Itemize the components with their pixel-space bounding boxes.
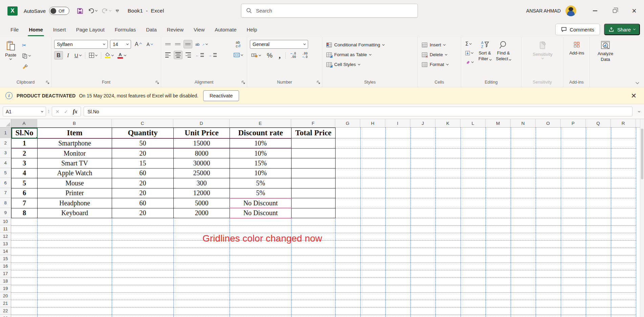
cell-E1[interactable]: Discount rate xyxy=(230,128,292,138)
close-button[interactable]: × xyxy=(624,0,644,22)
autosum-button[interactable]: Σ xyxy=(464,41,475,47)
cell-A1[interactable]: Sl.No xyxy=(12,128,38,138)
cell-B2[interactable]: Smartphone xyxy=(38,138,112,149)
cut-button[interactable]: ✂ xyxy=(21,41,32,49)
row-header-16[interactable]: 16 xyxy=(0,263,11,270)
cell-F4[interactable] xyxy=(292,158,336,168)
wrap-text-button[interactable]: abc↺ xyxy=(234,40,242,48)
undo-dropdown-icon[interactable] xyxy=(95,9,98,12)
percent-style-button[interactable]: % xyxy=(265,51,274,60)
alignment-dialog-launcher-icon[interactable] xyxy=(241,81,245,84)
cell-B7[interactable]: Printer xyxy=(38,188,112,198)
cell-F2[interactable] xyxy=(292,138,336,149)
row-header-12[interactable]: 12 xyxy=(0,233,11,240)
paste-dropdown-icon[interactable] xyxy=(9,58,12,60)
bottom-align-button[interactable] xyxy=(184,40,192,48)
vertical-scrollbar[interactable] xyxy=(640,119,644,317)
cell-C5[interactable]: 60 xyxy=(112,168,174,178)
comments-button[interactable]: Comments xyxy=(555,24,600,35)
format-painter-button[interactable] xyxy=(21,62,32,70)
row-header-13[interactable]: 13 xyxy=(0,240,11,248)
cell-E9[interactable]: No Discount xyxy=(230,208,292,218)
cell-C9[interactable]: 20 xyxy=(112,208,174,218)
column-header-N[interactable]: N xyxy=(511,119,536,127)
cell-B9[interactable]: Keyboard xyxy=(38,208,112,218)
number-dialog-launcher-icon[interactable] xyxy=(317,81,320,84)
row-header-2[interactable]: 2 xyxy=(0,138,11,148)
cell-B5[interactable]: Apple Watch xyxy=(38,168,112,178)
conditional-formatting-button[interactable]: Conditional Formatting xyxy=(326,40,415,50)
cell-B4[interactable]: Smart TV xyxy=(38,158,112,168)
middle-align-button[interactable] xyxy=(174,40,182,48)
cell-E2[interactable]: 10% xyxy=(230,138,292,149)
sort-filter-button[interactable]: AZ Sort &Filter xyxy=(476,40,494,77)
accounting-dropdown-icon[interactable] xyxy=(259,53,261,56)
tab-automate[interactable]: Automate xyxy=(210,22,241,37)
cell-F9[interactable] xyxy=(292,208,336,218)
row-header-11[interactable]: 11 xyxy=(0,225,11,233)
column-header-M[interactable]: M xyxy=(486,119,511,127)
cell-A9[interactable]: 8 xyxy=(12,208,38,218)
insert-function-icon[interactable]: fx xyxy=(73,109,77,115)
cell-D6[interactable]: 300 xyxy=(174,178,230,188)
share-dropdown-icon[interactable] xyxy=(633,28,636,30)
bold-button[interactable]: B xyxy=(54,51,63,60)
underline-dropdown-icon[interactable] xyxy=(79,53,82,56)
autosave-toggle[interactable]: Off xyxy=(49,7,69,15)
center-button[interactable] xyxy=(174,51,183,59)
cell-A6[interactable]: 5 xyxy=(12,178,38,188)
row-header-15[interactable]: 15 xyxy=(0,255,11,263)
cell-A7[interactable]: 6 xyxy=(12,188,38,198)
search-input[interactable]: Search xyxy=(241,4,418,18)
cell-D8[interactable]: 5000 xyxy=(174,198,230,208)
row-header-3[interactable]: 3 xyxy=(0,148,11,158)
cell-D1[interactable]: Unit Price xyxy=(174,128,230,138)
cell-C1[interactable]: Quantity xyxy=(112,128,174,138)
format-cells-button[interactable]: Format xyxy=(422,60,459,69)
increase-decimal-button[interactable]: ←.0.00 xyxy=(289,51,297,60)
cell-D4[interactable]: 30000 xyxy=(174,158,230,168)
row-header-9[interactable]: 9 xyxy=(0,208,11,218)
enter-icon[interactable]: ✓ xyxy=(64,109,68,114)
borders-button[interactable] xyxy=(88,51,99,60)
expand-formula-bar-icon[interactable] xyxy=(638,110,640,112)
cell-D7[interactable]: 12000 xyxy=(174,188,230,198)
row-header-21[interactable]: 21 xyxy=(0,300,11,307)
cell-styles-button[interactable]: Cell Styles xyxy=(326,60,415,69)
tab-file[interactable]: File xyxy=(5,22,24,37)
font-dialog-launcher-icon[interactable] xyxy=(155,81,159,84)
addins-button[interactable]: Add-ins xyxy=(567,40,586,77)
redo-dropdown-icon[interactable] xyxy=(109,9,111,12)
notification-close-icon[interactable]: ✕ xyxy=(631,92,637,100)
tab-insert[interactable]: Insert xyxy=(48,22,71,37)
name-box-dropdown-icon[interactable] xyxy=(41,110,43,112)
italic-button[interactable]: I xyxy=(64,51,72,60)
tab-view[interactable]: View xyxy=(189,22,210,37)
tab-formulas[interactable]: Formulas xyxy=(110,22,141,37)
tab-help[interactable]: Help xyxy=(241,22,262,37)
row-header-1[interactable]: 1 xyxy=(0,128,11,138)
user-name[interactable]: ANSAR AHMAD xyxy=(526,8,561,14)
cell-A4[interactable]: 3 xyxy=(12,158,38,168)
cell-F3[interactable] xyxy=(292,148,336,158)
merge-center-button[interactable] xyxy=(232,51,244,59)
fill-color-button[interactable] xyxy=(104,51,115,60)
column-header-G[interactable]: G xyxy=(335,119,360,127)
tab-data[interactable]: Data xyxy=(141,22,162,37)
fill-button[interactable] xyxy=(464,50,475,56)
number-format-select[interactable]: General xyxy=(250,40,308,49)
cell-C8[interactable]: 60 xyxy=(112,198,174,208)
tab-page-layout[interactable]: Page Layout xyxy=(71,22,109,37)
column-header-D[interactable]: D xyxy=(173,119,230,127)
cell-B6[interactable]: Mouse xyxy=(38,178,112,188)
share-button[interactable]: Share xyxy=(604,24,640,35)
increase-indent-button[interactable]: → xyxy=(207,51,218,59)
cell-C7[interactable]: 20 xyxy=(112,188,174,198)
row-header-14[interactable]: 14 xyxy=(0,248,11,255)
cell-A2[interactable]: 1 xyxy=(12,138,38,149)
cell-C2[interactable]: 50 xyxy=(112,138,174,149)
save-button[interactable] xyxy=(77,8,83,14)
name-box[interactable]: A1 xyxy=(3,107,46,116)
column-header-A[interactable]: A xyxy=(11,119,37,127)
customize-quick-access-toolbar[interactable] xyxy=(116,10,119,12)
